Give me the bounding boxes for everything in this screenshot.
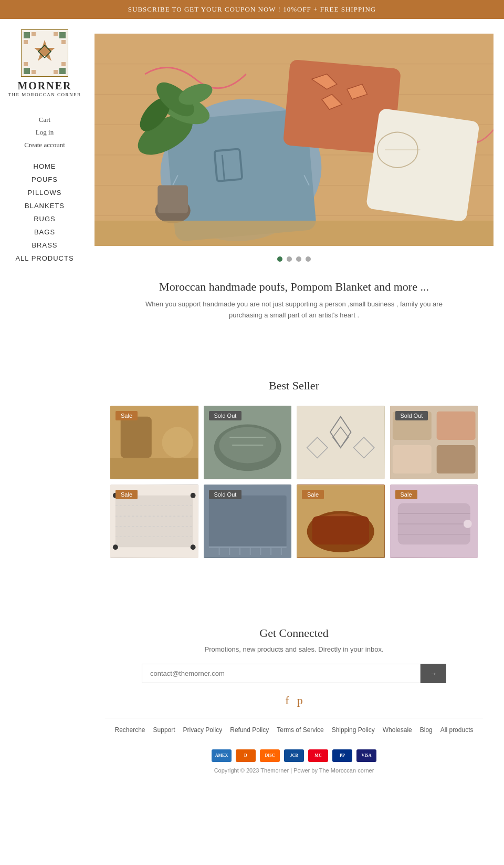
- facebook-icon[interactable]: f: [285, 694, 289, 707]
- product-badge-8: Sale: [395, 490, 417, 499]
- social-icons: f p: [105, 694, 483, 707]
- nav-poufs[interactable]: POUFS: [32, 176, 58, 183]
- svg-rect-56: [392, 445, 431, 473]
- payment-discover: DISC: [260, 749, 280, 762]
- svg-rect-81: [312, 516, 369, 544]
- nav-pillows[interactable]: PILLOWS: [28, 189, 62, 197]
- svg-rect-37: [158, 186, 188, 213]
- payment-mastercard: MC: [308, 749, 328, 762]
- svg-rect-5: [59, 68, 66, 74]
- main-nav: HOME POUFS PILLOWS BLANKETS RUGS BAGS BR…: [15, 162, 74, 262]
- svg-rect-13: [54, 70, 58, 74]
- product-card-8[interactable]: Sale: [390, 485, 478, 558]
- footer-link-terms[interactable]: Terms of Service: [277, 726, 323, 734]
- footer-link-blog[interactable]: Blog: [420, 726, 433, 734]
- login-link[interactable]: Log in: [36, 128, 54, 137]
- nav-blankets[interactable]: BLANKETS: [25, 202, 65, 210]
- product-badge-6: Sold Out: [209, 490, 242, 499]
- svg-rect-10: [61, 40, 66, 44]
- hero-slider: [94, 29, 494, 250]
- svg-rect-6: [32, 32, 36, 36]
- svg-rect-29: [366, 108, 480, 222]
- newsletter-section: Get Connected Promotions, new products a…: [94, 600, 494, 800]
- footer-links: Recherche Support Privacy Policy Refund …: [105, 718, 483, 742]
- slider-dots: [94, 256, 494, 262]
- hero-image: [94, 29, 494, 250]
- product-card-3[interactable]: [297, 406, 385, 479]
- product-card-4[interactable]: Sold Out: [390, 406, 478, 479]
- svg-rect-4: [24, 68, 30, 74]
- pinterest-icon[interactable]: p: [297, 694, 303, 707]
- nav-brass[interactable]: BRASS: [32, 241, 57, 249]
- brand-name: MORNER: [17, 79, 71, 92]
- promo-banner: SUBSCRIBE TO GET YOUR COUPON NOW ! 10%OF…: [0, 0, 504, 19]
- tagline-heading: Moroccan handmade poufs, Pompom Blanket …: [94, 280, 494, 294]
- newsletter-subtitle: Promotions, new products and sales. Dire…: [105, 645, 483, 653]
- product-badge-1: Sale: [116, 411, 138, 420]
- logo-icon: [21, 29, 68, 77]
- payment-visa: VISA: [356, 749, 376, 762]
- newsletter-form: →: [142, 664, 446, 683]
- svg-rect-7: [54, 32, 58, 36]
- svg-rect-11: [61, 62, 66, 66]
- nav-rugs[interactable]: RUGS: [34, 215, 56, 223]
- payment-paypal: PP: [332, 749, 352, 762]
- product-badge-2: Sold Out: [209, 411, 242, 420]
- footer-link-allproducts[interactable]: All products: [440, 726, 474, 734]
- cart-link[interactable]: Cart: [39, 116, 50, 124]
- svg-point-87: [463, 520, 471, 528]
- footer-link-wholesale[interactable]: Wholesale: [383, 726, 412, 734]
- footer-link-shipping[interactable]: Shipping Policy: [332, 726, 375, 734]
- svg-point-65: [113, 544, 118, 550]
- payment-diners: D: [236, 749, 256, 762]
- create-account-link[interactable]: Create account: [24, 141, 65, 149]
- product-card-7[interactable]: Sale: [297, 485, 385, 558]
- svg-point-41: [162, 427, 193, 458]
- product-card-6[interactable]: Sold Out: [204, 485, 292, 558]
- slider-dot-1[interactable]: [277, 256, 282, 262]
- promo-text: SUBSCRIBE TO GET YOUR COUPON NOW ! 10%OF…: [128, 5, 376, 13]
- svg-rect-40: [121, 416, 152, 458]
- sidebar: MORNER THE MOROCCAN CORNER Cart Log in C…: [0, 19, 89, 865]
- product-card-2[interactable]: Sold Out: [204, 406, 292, 479]
- footer-link-recherche[interactable]: Recherche: [115, 726, 145, 734]
- brand-tagline: THE MOROCCAN CORNER: [8, 92, 81, 97]
- product-badge-4: Sold Out: [395, 411, 428, 420]
- svg-rect-69: [208, 495, 286, 547]
- product-badge-7: Sale: [302, 490, 324, 499]
- svg-rect-2: [24, 32, 30, 38]
- product-card-5[interactable]: Sale: [110, 485, 198, 558]
- svg-rect-42: [110, 458, 198, 478]
- svg-rect-57: [436, 445, 475, 473]
- slider-dot-3[interactable]: [296, 256, 301, 262]
- payment-jcb: JCB: [284, 749, 304, 762]
- svg-rect-12: [32, 70, 36, 74]
- newsletter-submit-button[interactable]: →: [421, 664, 446, 683]
- product-card-1[interactable]: Sale: [110, 406, 198, 479]
- footer-copyright: Copyright © 2023 Themorner | Power by Th…: [105, 767, 483, 774]
- payment-amex: AMEX: [212, 749, 232, 762]
- logo[interactable]: MORNER THE MOROCCAN CORNER: [8, 29, 81, 97]
- nav-bags[interactable]: BAGS: [34, 228, 55, 236]
- account-links: Cart Log in Create account: [24, 116, 65, 149]
- nav-all-products[interactable]: ALL PRODUCTS: [15, 254, 74, 262]
- svg-rect-8: [24, 40, 28, 44]
- payment-icons: AMEX D DISC JCB MC PP VISA: [105, 749, 483, 762]
- footer-link-privacy[interactable]: Privacy Policy: [183, 726, 223, 734]
- footer-link-refund[interactable]: Refund Policy: [230, 726, 269, 734]
- newsletter-email-input[interactable]: [142, 664, 421, 683]
- product-image-3: [297, 406, 385, 479]
- newsletter-title: Get Connected: [105, 626, 483, 640]
- best-seller-section: Best Seller Sale: [94, 368, 494, 569]
- footer-link-support[interactable]: Support: [153, 726, 175, 734]
- slider-dot-2[interactable]: [287, 256, 292, 262]
- tagline-section: Moroccan handmade poufs, Pompom Blanket …: [94, 280, 494, 294]
- nav-home[interactable]: HOME: [34, 162, 56, 170]
- svg-rect-59: [116, 495, 193, 547]
- product-grid: Sale Sold Out: [110, 406, 478, 558]
- svg-rect-55: [436, 411, 475, 439]
- slider-dot-4[interactable]: [306, 256, 311, 262]
- product-badge-5: Sale: [116, 490, 138, 499]
- svg-rect-38: [94, 221, 494, 246]
- svg-point-66: [191, 492, 196, 498]
